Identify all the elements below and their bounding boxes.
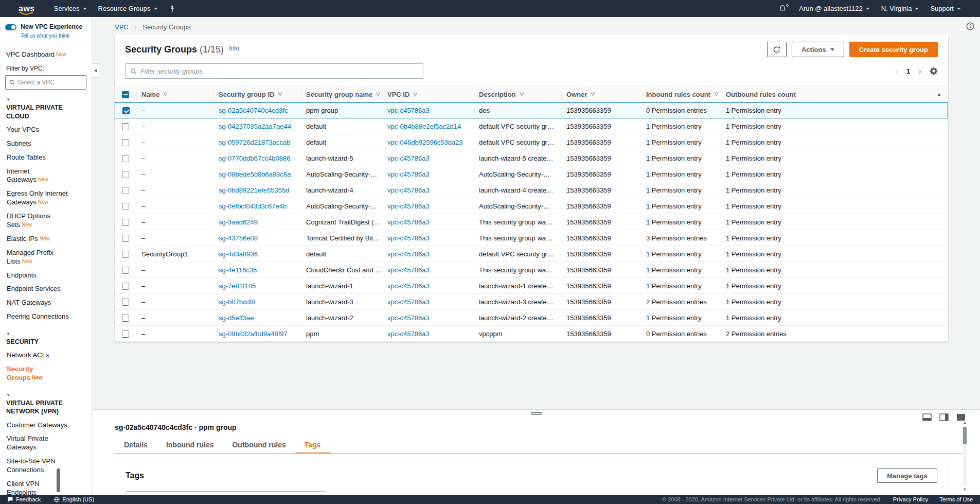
vpc-id-link[interactable]: vpc-c45786a3 (387, 186, 430, 194)
vpc-filter-input[interactable] (18, 79, 82, 86)
section-collapse-icon[interactable]: ▼ (0, 95, 92, 102)
sidebar-item-virtual-private-gateways[interactable]: Virtual Private Gateways (0, 432, 92, 455)
vpc-id-link[interactable]: vpc-0b4b88e2ef5ac2d14 (387, 123, 461, 130)
security-group-id-link[interactable]: sg-09b832afbd9a48f97 (219, 330, 288, 338)
column-header-outbound-rules-count[interactable]: Outbound rules count▲ (721, 86, 948, 102)
resource-groups-menu[interactable]: Resource Groups (93, 0, 164, 17)
tab-outbound-rules[interactable]: Outbound rules (223, 438, 295, 453)
vpc-id-link[interactable]: vpc-c45786a3 (387, 314, 430, 322)
section-title[interactable]: VIRTUAL PRIVATE NETWORK (VPN) (0, 397, 72, 419)
vpc-id-link[interactable]: vpc-c45786a3 (387, 107, 430, 114)
refresh-button[interactable] (767, 42, 787, 57)
row-checkbox[interactable] (122, 267, 129, 274)
split-panel-drag-handle[interactable] (531, 411, 542, 416)
sidebar-item-managed-prefix-lists[interactable]: Managed Prefix ListsNew (0, 246, 92, 269)
sidebar-item-network-acls[interactable]: Network ACLs (0, 349, 92, 362)
scroll-up-arrow[interactable]: ▲ (963, 420, 967, 425)
column-header-inbound-rules-count[interactable]: Inbound rules count (641, 86, 721, 102)
row-checkbox[interactable] (122, 203, 129, 210)
vpc-id-link[interactable]: vpc-c45786a3 (387, 298, 430, 306)
support-menu[interactable]: Support (924, 0, 967, 17)
sidebar-item-endpoints[interactable]: Endpoints (0, 269, 92, 283)
language-selector[interactable]: English (US) (54, 496, 94, 502)
aws-logo[interactable]: aws (19, 5, 35, 13)
table-settings-button[interactable] (930, 67, 938, 75)
sidebar-item-customer-gateways[interactable]: Customer Gateways (0, 419, 92, 432)
column-header-description[interactable]: Description (474, 86, 561, 102)
sidebar-item-site-to-site-vpn-connections[interactable]: Site-to-Site VPN Connections (0, 455, 92, 477)
sidebar-item-internet-gateways[interactable]: Internet GatewaysNew (0, 165, 92, 187)
row-checkbox[interactable] (122, 171, 129, 178)
services-menu[interactable]: Services (48, 0, 93, 17)
scrollbar-thumb[interactable] (963, 427, 967, 444)
next-page-button[interactable]: › (918, 66, 921, 76)
security-group-id-link[interactable]: sg-b07bcdf8 (219, 298, 256, 306)
tab-tags[interactable]: Tags (295, 438, 330, 453)
privacy-policy-link[interactable]: Privacy Policy (893, 496, 928, 502)
row-checkbox[interactable] (122, 107, 130, 114)
info-link[interactable]: Info (229, 45, 239, 52)
sidebar-collapse-button[interactable]: ◀ (92, 63, 99, 78)
create-security-group-button[interactable]: Create security group (849, 42, 938, 57)
new-vpc-experience-toggle[interactable] (5, 24, 16, 30)
security-group-id-link[interactable]: sg-0bd89221efe55355d (219, 186, 289, 194)
sidebar-item-egress-only-internet-gateways[interactable]: Egress Only Internet GatewaysNew (0, 187, 92, 210)
vpc-id-link[interactable]: vpc-c45786a3 (387, 266, 430, 274)
filter-security-groups-input[interactable] (140, 67, 418, 75)
security-group-id-link[interactable]: sg-08bede5b8b6a88c6a (219, 170, 291, 178)
section-title[interactable]: VIRTUAL PRIVATE CLOUD (0, 102, 72, 123)
help-panel-button[interactable] (966, 22, 974, 32)
security-group-id-link[interactable]: sg-4d3a8936 (219, 250, 258, 258)
security-group-id-link[interactable]: sg-04237035a2aa7ae44 (219, 123, 291, 130)
section-title[interactable]: SECURITY (0, 336, 72, 349)
panel-position-side-button[interactable] (939, 413, 949, 421)
feedback-button[interactable]: Feedback (7, 496, 41, 502)
security-group-id-link[interactable]: sg-4e116c35 (219, 266, 257, 274)
current-page-number[interactable]: 1 (906, 67, 910, 75)
row-checkbox[interactable] (122, 251, 129, 258)
sidebar-item-peering-connections[interactable]: Peering Connections (0, 310, 92, 324)
column-header-security-group-id[interactable]: Security group ID (213, 86, 301, 102)
vpc-id-link[interactable]: vpc-c45786a3 (387, 330, 430, 338)
vpc-id-link[interactable]: vpc-c45786a3 (387, 250, 430, 258)
security-group-id-link[interactable]: sg-059726d21873accab (219, 138, 291, 146)
notifications-button[interactable] (772, 0, 793, 17)
sidebar-item-security-groups[interactable]: Security GroupsNew (0, 362, 92, 385)
row-checkbox[interactable] (122, 315, 129, 322)
row-checkbox[interactable] (122, 331, 129, 338)
tell-us-link[interactable]: Tell us what you think (21, 33, 69, 39)
row-checkbox[interactable] (122, 155, 129, 162)
sidebar-item-route-tables[interactable]: Route Tables (0, 151, 92, 165)
breadcrumb-vpc-link[interactable]: VPC (115, 23, 129, 31)
column-header-name[interactable]: Name (136, 86, 213, 102)
vpc-filter-select[interactable] (5, 75, 86, 90)
row-checkbox[interactable] (122, 123, 129, 130)
section-collapse-icon[interactable]: ▼ (0, 390, 92, 397)
vpc-id-link[interactable]: vpc-046db92596c53da23 (387, 138, 463, 146)
row-checkbox[interactable] (122, 219, 129, 226)
previous-page-button[interactable]: ‹ (895, 66, 898, 76)
select-all-checkbox[interactable] (122, 91, 129, 98)
sidebar-item-client-vpn-endpoints[interactable]: Client VPN Endpoints (0, 477, 92, 495)
row-checkbox[interactable] (122, 283, 129, 290)
security-group-id-link[interactable]: sg-0efbcf043d3c67e4b (219, 202, 287, 210)
account-menu[interactable]: Arun @ aliastest1122 (793, 0, 876, 17)
panel-position-bottom-button[interactable] (922, 413, 932, 421)
row-checkbox[interactable] (122, 235, 129, 242)
sidebar-item-endpoint-services[interactable]: Endpoint Services (0, 282, 92, 296)
row-checkbox[interactable] (122, 139, 129, 146)
column-header-vpc-id[interactable]: VPC ID (382, 86, 474, 102)
sidebar-item-nat-gateways[interactable]: NAT Gateways (0, 296, 92, 310)
actions-button[interactable]: Actions (792, 42, 844, 57)
scrollbar-track[interactable] (963, 426, 967, 486)
terms-of-use-link[interactable]: Terms of Use (939, 496, 973, 502)
security-group-id-link[interactable]: sg-d5eff3ae (219, 314, 254, 322)
vpc-id-link[interactable]: vpc-c45786a3 (387, 282, 430, 290)
security-group-id-link[interactable]: sg-43756e08 (219, 234, 258, 242)
security-group-id-link[interactable]: sg-3aad6249 (219, 218, 258, 226)
security-group-id-link[interactable]: sg-0770ddb67cc4b0886 (219, 154, 291, 162)
sidebar-item-subnets[interactable]: Subnets (0, 137, 92, 151)
vpc-id-link[interactable]: vpc-c45786a3 (387, 170, 430, 178)
region-menu[interactable]: N. Virginia (876, 0, 925, 17)
vpc-id-link[interactable]: vpc-c45786a3 (387, 218, 430, 226)
